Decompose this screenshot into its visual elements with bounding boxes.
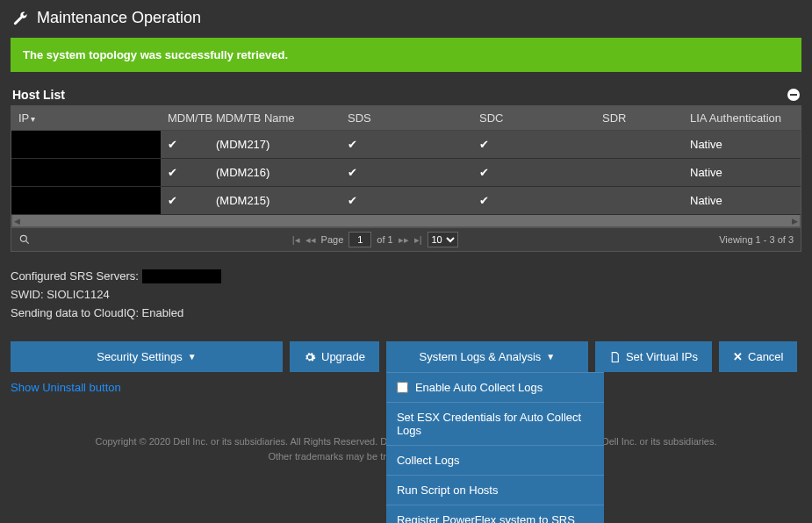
security-settings-button[interactable]: Security Settings▼ bbox=[11, 341, 283, 372]
first-page-icon[interactable]: |◂ bbox=[292, 234, 300, 246]
host-list-table: IP▾ MDM/TB MDM/TB Name SDS SDC SDR LIA A… bbox=[11, 105, 801, 252]
mdm-name: (MDM216) bbox=[209, 159, 341, 187]
col-mdm-tb-name[interactable]: MDM/TB Name bbox=[209, 106, 341, 131]
check-icon: ✔ bbox=[479, 138, 489, 151]
cloudiq-label: Sending data to CloudIQ: Enabled bbox=[11, 304, 801, 323]
page-size-select[interactable]: 10 bbox=[428, 232, 458, 247]
prev-page-icon[interactable]: ◂◂ bbox=[305, 234, 316, 246]
col-sdr[interactable]: SDR bbox=[595, 106, 683, 131]
scroll-right-icon[interactable]: ▶ bbox=[792, 217, 798, 226]
next-page-icon[interactable]: ▸▸ bbox=[399, 234, 409, 246]
menu-collect-logs[interactable]: Collect Logs bbox=[386, 445, 604, 475]
host-list-title: Host List bbox=[12, 88, 65, 102]
last-page-icon[interactable]: ▸| bbox=[414, 234, 422, 246]
check-icon: ✔ bbox=[479, 194, 489, 207]
check-icon: ✔ bbox=[168, 194, 177, 207]
col-ip[interactable]: IP▾ bbox=[11, 106, 161, 131]
lia-value: Native bbox=[683, 131, 801, 159]
horizontal-scrollbar[interactable]: ◀ ▶ bbox=[11, 215, 801, 227]
ip-cell bbox=[11, 187, 161, 215]
caret-down-icon: ▼ bbox=[546, 352, 555, 362]
banner-text: The system topology was successfully ret… bbox=[23, 48, 288, 61]
sort-down-icon: ▾ bbox=[31, 114, 35, 124]
table-row[interactable]: ✔ (MDM216) ✔ ✔ Native bbox=[11, 159, 801, 187]
lia-value: Native bbox=[683, 159, 801, 187]
col-mdm-tb[interactable]: MDM/TB bbox=[161, 106, 209, 131]
check-icon: ✔ bbox=[348, 138, 357, 151]
show-uninstall-link[interactable]: Show Uninstall button bbox=[11, 381, 121, 394]
enable-auto-collect-checkbox[interactable] bbox=[397, 382, 408, 393]
col-lia[interactable]: LIA Authentication bbox=[683, 106, 801, 131]
mdm-name: (MDM217) bbox=[209, 131, 341, 159]
col-sdc[interactable]: SDC bbox=[472, 106, 595, 131]
close-icon: ✕ bbox=[733, 350, 743, 363]
lia-value: Native bbox=[683, 187, 801, 215]
collapse-toggle-icon[interactable] bbox=[787, 89, 800, 101]
search-icon[interactable] bbox=[18, 233, 31, 246]
col-sds[interactable]: SDS bbox=[341, 106, 472, 131]
srs-value-redacted bbox=[142, 269, 221, 283]
ip-cell bbox=[11, 131, 161, 159]
viewing-label: Viewing 1 - 3 of 3 bbox=[719, 234, 794, 245]
set-virtual-ips-button[interactable]: Set Virtual IPs bbox=[595, 341, 712, 372]
table-row[interactable]: ✔ (MDM215) ✔ ✔ Native bbox=[11, 187, 801, 215]
file-icon bbox=[609, 351, 621, 363]
check-icon: ✔ bbox=[348, 194, 357, 207]
check-icon: ✔ bbox=[348, 166, 357, 179]
pager: |◂ ◂◂ Page of 1 ▸▸ ▸| 10 Viewing 1 - 3 o… bbox=[11, 227, 801, 251]
srs-servers-label: Configured SRS Servers: bbox=[11, 268, 139, 286]
upgrade-button[interactable]: Upgrade bbox=[290, 341, 379, 372]
page-input[interactable] bbox=[349, 232, 371, 247]
menu-set-esx-credentials[interactable]: Set ESX Credentials for Auto Collect Log… bbox=[386, 402, 604, 445]
page-title: Maintenance Operation bbox=[37, 9, 201, 27]
table-row[interactable]: ✔ (MDM217) ✔ ✔ Native bbox=[11, 131, 801, 159]
svg-point-0 bbox=[20, 235, 26, 241]
swid-label: SWID: SIOLIC1124 bbox=[11, 286, 801, 304]
menu-enable-auto-collect-logs[interactable]: Enable Auto Collect Logs bbox=[386, 372, 604, 402]
check-icon: ✔ bbox=[168, 138, 177, 151]
scroll-left-icon[interactable]: ◀ bbox=[14, 217, 20, 226]
wrench-icon bbox=[12, 11, 28, 26]
gear-icon bbox=[304, 351, 316, 363]
caret-down-icon: ▼ bbox=[188, 352, 197, 362]
check-icon: ✔ bbox=[168, 166, 177, 179]
svg-line-1 bbox=[25, 240, 28, 243]
mdm-name: (MDM215) bbox=[209, 187, 341, 215]
menu-register-powerflex-srs[interactable]: Register PowerFlex system to SRS bbox=[386, 505, 604, 523]
menu-run-script-on-hosts[interactable]: Run Script on Hosts bbox=[386, 475, 604, 505]
page-of-label: of 1 bbox=[377, 234, 392, 245]
page-label: Page bbox=[321, 234, 344, 245]
check-icon: ✔ bbox=[479, 166, 489, 179]
system-logs-analysis-button[interactable]: System Logs & Analysis▼ bbox=[386, 341, 588, 372]
ip-cell bbox=[11, 159, 161, 187]
cancel-button[interactable]: ✕ Cancel bbox=[719, 341, 797, 372]
success-banner: The system topology was successfully ret… bbox=[11, 38, 801, 72]
